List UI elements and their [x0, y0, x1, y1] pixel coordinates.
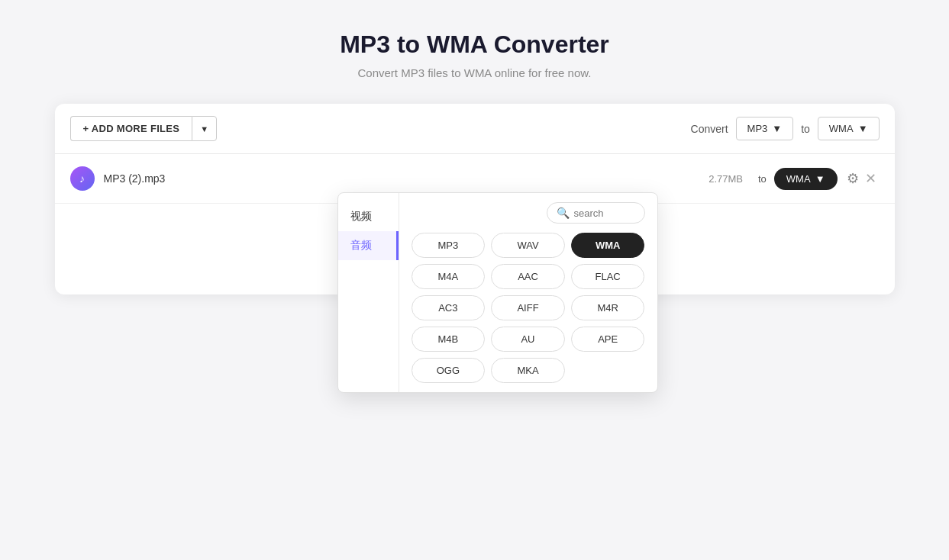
file-target-chevron: ▼: [815, 173, 825, 185]
category-video[interactable]: 视频: [338, 202, 399, 231]
format-option-aiff[interactable]: AIFF: [491, 295, 565, 320]
format-option-ape[interactable]: APE: [571, 327, 645, 352]
add-files-dropdown-button[interactable]: ▼: [192, 116, 217, 141]
file-to-label: to: [758, 173, 767, 185]
add-files-group: + ADD MORE FILES ▼: [70, 116, 218, 141]
file-name: MP3 (2).mp3: [104, 172, 709, 185]
to-label: to: [801, 123, 810, 135]
main-card: + ADD MORE FILES ▼ Convert MP3 ▼ to WMA …: [55, 104, 895, 294]
format-option-m4r[interactable]: M4R: [571, 295, 645, 320]
file-target-format-label: WMA: [786, 173, 811, 185]
convert-label: Convert: [691, 123, 728, 135]
format-option-flac[interactable]: FLAC: [571, 264, 645, 289]
format-grid: MP3WAVWMAM4AAACFLACAC3AIFFM4RM4BAUAPEOGG…: [412, 233, 645, 383]
format-option-ac3[interactable]: AC3: [412, 295, 486, 320]
format-option-wav[interactable]: WAV: [491, 233, 565, 258]
search-row: 🔍: [412, 202, 645, 224]
target-format-label: WMA: [829, 123, 854, 134]
format-option-m4b[interactable]: M4B: [412, 327, 486, 352]
add-files-button[interactable]: + ADD MORE FILES: [70, 116, 192, 141]
file-size: 2.77MB: [709, 173, 743, 185]
search-icon: 🔍: [557, 207, 570, 219]
target-format-button[interactable]: WMA ▼: [818, 117, 880, 140]
source-format-chevron: ▼: [772, 123, 782, 134]
format-option-wma[interactable]: WMA: [571, 233, 645, 258]
format-option-aac[interactable]: AAC: [491, 264, 565, 289]
remove-file-button[interactable]: ✕: [862, 167, 880, 190]
toolbar-right: Convert MP3 ▼ to WMA ▼: [691, 117, 880, 140]
page-subtitle: Convert MP3 files to WMA online for free…: [340, 66, 609, 79]
format-option-mka[interactable]: MKA: [491, 358, 565, 383]
format-dropdown-panel: 视频 音频 🔍 MP3WAVWMAM4AAACFLACAC3AIFFM4RM4B…: [337, 192, 658, 393]
search-box: 🔍: [547, 202, 645, 224]
format-option-mp3[interactable]: MP3: [412, 233, 486, 258]
file-icon: ♪: [70, 166, 95, 191]
format-search-input[interactable]: [574, 208, 635, 219]
format-main: 🔍 MP3WAVWMAM4AAACFLACAC3AIFFM4RM4BAUAPEO…: [399, 193, 657, 392]
page-title: MP3 to WMA Converter: [340, 31, 609, 59]
file-target-format-button[interactable]: WMA ▼: [774, 168, 838, 190]
category-audio[interactable]: 音频: [338, 231, 399, 260]
target-format-chevron: ▼: [858, 123, 868, 134]
source-format-button[interactable]: MP3 ▼: [736, 117, 794, 140]
format-option-au[interactable]: AU: [491, 327, 565, 352]
category-sidebar: 视频 音频: [338, 193, 399, 392]
page-header: MP3 to WMA Converter Convert MP3 files t…: [340, 31, 609, 79]
source-format-label: MP3: [747, 123, 768, 134]
format-option-ogg[interactable]: OGG: [412, 358, 486, 383]
format-option-m4a[interactable]: M4A: [412, 264, 486, 289]
file-row: ♪ MP3 (2).mp3 2.77MB to WMA ▼ ⚙ ✕ 视频 音频 …: [55, 154, 895, 204]
toolbar: + ADD MORE FILES ▼ Convert MP3 ▼ to WMA …: [55, 104, 895, 154]
settings-button[interactable]: ⚙: [844, 167, 862, 190]
